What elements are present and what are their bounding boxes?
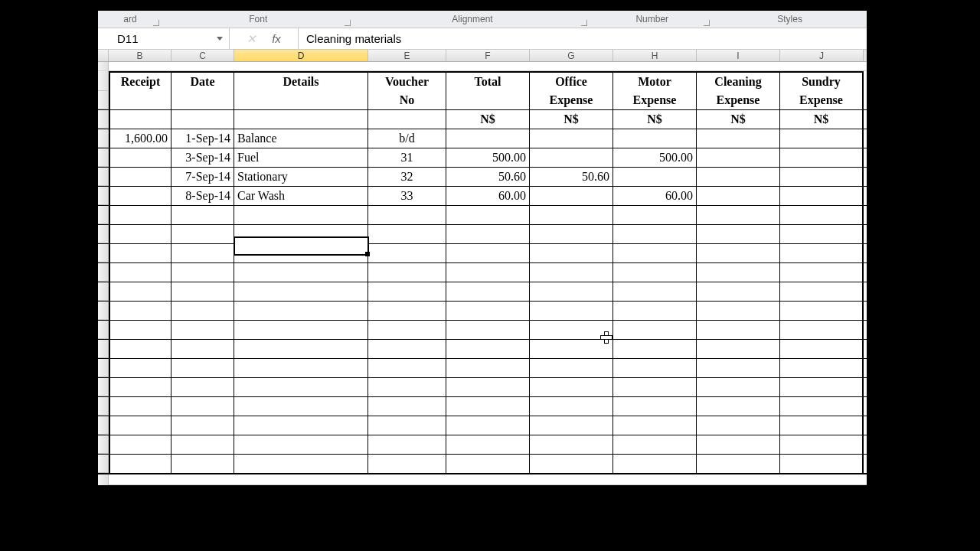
cell-date[interactable]: 8-Sep-14 — [172, 187, 234, 205]
cell-voucher[interactable]: 33 — [368, 187, 446, 205]
cell-cleaning[interactable] — [697, 168, 780, 186]
cell-voucher[interactable]: 32 — [368, 168, 446, 186]
formula-value: Cleaning materials — [306, 32, 401, 45]
table-row: 7-Sep-14 Stationary 32 50.60 50.60 — [98, 168, 867, 187]
ribbon-group-alignment[interactable]: Alignment — [354, 11, 592, 28]
cell-date[interactable]: 7-Sep-14 — [172, 168, 234, 186]
header-receipt[interactable]: Receipt — [109, 71, 172, 91]
cancel-icon[interactable]: ✕ — [247, 32, 256, 46]
table-row — [98, 244, 867, 263]
cell-total[interactable] — [446, 129, 530, 148]
col-header-E[interactable]: E — [368, 50, 446, 61]
table-row: 1,600.00 1-Sep-14 Balance b/d — [98, 129, 867, 148]
cell-reference: D11 — [117, 32, 139, 45]
ribbon-group-number[interactable]: Number — [591, 11, 714, 28]
table-row — [98, 378, 867, 397]
cell-motor[interactable]: 500.00 — [613, 148, 697, 167]
cell-sundry[interactable] — [780, 187, 864, 205]
header-cleaning[interactable]: Cleaning — [697, 71, 780, 91]
cell-receipt[interactable] — [109, 187, 172, 205]
formula-input[interactable]: Cleaning materials — [299, 32, 867, 45]
table-row — [98, 455, 867, 474]
table-row — [98, 397, 867, 416]
col-header-J[interactable]: J — [780, 50, 864, 61]
cell-receipt[interactable] — [109, 168, 172, 186]
header-motor[interactable]: Motor — [613, 71, 697, 91]
cell-total[interactable]: 60.00 — [446, 187, 530, 205]
ribbon-group-styles[interactable]: Styles — [714, 11, 867, 28]
col-header-D[interactable]: D — [234, 50, 368, 61]
ribbon-label: Alignment — [452, 14, 492, 24]
table-row — [98, 359, 867, 378]
cell-office[interactable] — [530, 187, 613, 205]
cell-office[interactable] — [530, 148, 613, 167]
dialog-launcher-icon[interactable] — [704, 20, 710, 26]
fx-button[interactable]: fx — [272, 32, 281, 45]
dropdown-arrow-icon[interactable] — [217, 37, 223, 41]
column-headers: B C D E F G H I J — [98, 50, 867, 62]
cell-voucher[interactable]: 31 — [368, 148, 446, 167]
header-sundry[interactable]: Sundry — [780, 71, 864, 91]
table-row: 8-Sep-14 Car Wash 33 60.00 60.00 — [98, 187, 867, 206]
col-header-B[interactable]: B — [109, 50, 172, 61]
cell-receipt[interactable] — [109, 148, 172, 167]
cell-sundry[interactable] — [780, 148, 864, 167]
cell-sundry[interactable] — [780, 168, 864, 186]
table-header-row2: No Expense Expense Expense Expense — [98, 91, 867, 110]
dialog-launcher-icon[interactable] — [153, 20, 159, 26]
spreadsheet-app: ard Font Alignment Number Styles D11 ✕ f… — [98, 11, 867, 478]
table-row — [98, 206, 867, 225]
cell-voucher[interactable]: b/d — [368, 129, 446, 148]
header-date[interactable]: Date — [172, 71, 234, 91]
table-header-row: Receipt Date Details Voucher Total Offic… — [98, 71, 867, 91]
cell-motor[interactable] — [613, 168, 697, 186]
cell-cleaning[interactable] — [697, 148, 780, 167]
dialog-launcher-icon[interactable] — [581, 20, 587, 26]
cell-date[interactable]: 3-Sep-14 — [172, 148, 234, 167]
table-row — [98, 282, 867, 302]
currency-row: N$ N$ N$ N$ N$ — [98, 110, 867, 129]
cell-total[interactable]: 50.60 — [446, 168, 530, 186]
cell-motor[interactable]: 60.00 — [613, 187, 697, 205]
cell-details[interactable]: Stationary — [234, 168, 368, 186]
cell-office[interactable] — [530, 129, 613, 148]
dialog-launcher-icon[interactable] — [345, 20, 351, 26]
col-header-G[interactable]: G — [530, 50, 613, 61]
table-row: 3-Sep-14 Fuel 31 500.00 500.00 — [98, 148, 867, 168]
ribbon-groups: ard Font Alignment Number Styles — [98, 11, 867, 28]
ribbon-label: Number — [635, 14, 668, 24]
ribbon-label: ard — [123, 14, 136, 24]
cell-office[interactable]: 50.60 — [530, 168, 613, 186]
cell-receipt[interactable]: 1,600.00 — [109, 129, 172, 148]
col-header-C[interactable]: C — [172, 50, 234, 61]
formula-bar: D11 ✕ fx Cleaning materials — [98, 28, 867, 50]
table-row — [98, 435, 867, 455]
cell-cleaning[interactable] — [697, 187, 780, 205]
ribbon-label: Styles — [777, 14, 802, 24]
row-header-gutter — [98, 50, 109, 61]
cell-details[interactable]: Fuel — [234, 148, 368, 167]
header-voucher[interactable]: Voucher — [368, 71, 446, 91]
fx-section: ✕ fx — [230, 28, 299, 49]
table-row — [98, 321, 867, 340]
col-header-F[interactable]: F — [446, 50, 530, 61]
header-total[interactable]: Total — [446, 71, 530, 91]
cell-sundry[interactable] — [780, 129, 864, 148]
col-header-H[interactable]: H — [613, 50, 697, 61]
cell-motor[interactable] — [613, 129, 697, 148]
ribbon-group-font[interactable]: Font — [163, 11, 354, 28]
spreadsheet-grid[interactable]: Receipt Date Details Voucher Total Offic… — [98, 62, 867, 485]
header-office[interactable]: Office — [530, 71, 613, 91]
cell-details[interactable]: Balance — [234, 129, 368, 148]
ribbon-group-clipboard[interactable]: ard — [98, 11, 163, 28]
cell-date[interactable]: 1-Sep-14 — [172, 129, 234, 148]
header-details[interactable]: Details — [234, 71, 368, 91]
col-header-I[interactable]: I — [697, 50, 780, 61]
cell-total[interactable]: 500.00 — [446, 148, 530, 167]
table-row — [98, 302, 867, 321]
cell-details[interactable]: Car Wash — [234, 187, 368, 205]
cell-cleaning[interactable] — [697, 129, 780, 148]
table-row — [98, 340, 867, 359]
ribbon-label: Font — [249, 14, 267, 24]
name-box[interactable]: D11 — [98, 28, 230, 49]
